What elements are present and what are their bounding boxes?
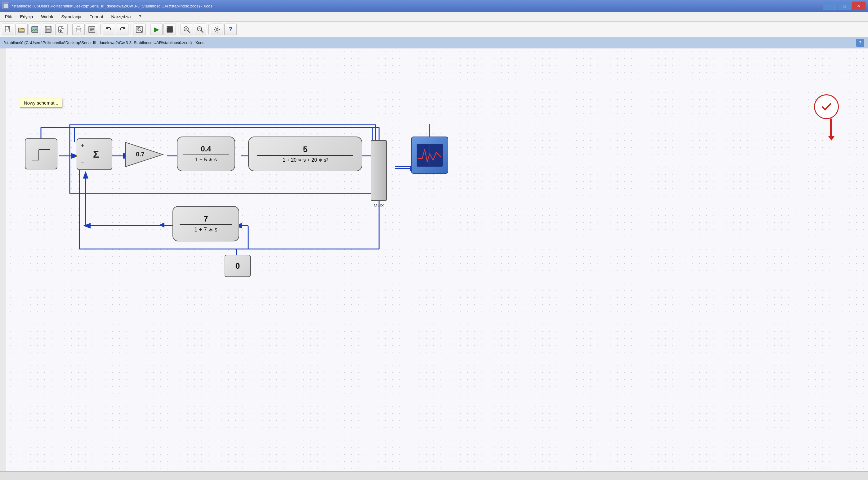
svg-rect-13 xyxy=(77,27,80,29)
save-image-button[interactable] xyxy=(29,24,41,35)
open-button[interactable] xyxy=(15,24,28,35)
canvas-area: Nowy schemat... xyxy=(0,49,868,471)
menu-edycja[interactable]: Edycja xyxy=(17,13,37,21)
new-button[interactable] xyxy=(2,24,14,35)
svg-rect-9 xyxy=(46,30,50,32)
separator-6 xyxy=(209,25,209,34)
title-bar: *stabilność (C:\Users\Politechnika\Deskt… xyxy=(0,0,868,12)
svg-point-6 xyxy=(33,28,34,29)
svg-rect-8 xyxy=(46,26,50,29)
menu-narzedzia[interactable]: Narzędzia xyxy=(107,13,134,21)
help-toolbar-button[interactable]: ? xyxy=(224,24,237,35)
path-bar: *stabilność (C:\Users\Politechnika\Deskt… xyxy=(0,37,868,49)
zoom-out-button[interactable] xyxy=(194,24,206,35)
tooltip: Nowy schemat... xyxy=(20,98,62,108)
status-bar xyxy=(0,471,868,480)
close-button[interactable]: ✕ xyxy=(852,2,866,10)
svg-rect-14 xyxy=(77,30,80,32)
left-panel xyxy=(0,49,6,471)
zero-block[interactable]: 0 xyxy=(225,255,251,277)
print2-button[interactable] xyxy=(86,24,98,35)
menu-symulacja[interactable]: Symulacja xyxy=(58,13,85,21)
print-button[interactable] xyxy=(72,24,85,35)
mux-label: MUX xyxy=(370,203,388,208)
mux-block[interactable] xyxy=(371,140,387,201)
path-text: *stabilność (C:\Users\Politechnika\Deskt… xyxy=(4,40,856,45)
menu-help[interactable]: ? xyxy=(135,13,145,21)
maximize-button[interactable]: □ xyxy=(838,2,851,10)
menu-plik[interactable]: Plik xyxy=(1,13,16,21)
app-icon xyxy=(2,2,9,9)
menu-widok[interactable]: Widok xyxy=(37,13,57,21)
scope-block[interactable] xyxy=(411,137,448,174)
svg-line-23 xyxy=(140,30,142,32)
sum-block[interactable]: + − Σ xyxy=(76,139,112,170)
window-title: *stabilność (C:\Users\Politechnika\Deskt… xyxy=(12,4,823,8)
window-controls: ─ □ ✕ xyxy=(823,2,866,10)
stop-button[interactable]: ⬛ xyxy=(163,24,176,35)
undo-button[interactable] xyxy=(103,24,115,35)
zoom-in-button[interactable] xyxy=(181,24,193,35)
tf3-block[interactable]: 7 1 + 7 ∗ s xyxy=(173,206,239,241)
step-block[interactable] xyxy=(25,139,57,170)
menu-bar: Plik Edycja Widok Symulacja Format Narzę… xyxy=(0,12,868,22)
red-arrow-head xyxy=(828,136,835,141)
minimize-button[interactable]: ─ xyxy=(823,2,837,10)
grid-background xyxy=(0,49,868,471)
separator-3 xyxy=(131,25,131,34)
redo-button[interactable] xyxy=(116,24,128,35)
svg-text:0.7: 0.7 xyxy=(136,151,145,158)
zoom-fit-button[interactable] xyxy=(133,24,146,35)
separator-5 xyxy=(178,25,178,34)
svg-point-33 xyxy=(216,29,218,30)
svg-line-27 xyxy=(188,30,190,33)
gain-block[interactable]: 0.7 xyxy=(124,141,164,169)
separator-1 xyxy=(70,25,70,34)
svg-rect-1 xyxy=(4,4,8,8)
help-path-button[interactable]: ? xyxy=(856,39,864,47)
tf1-block[interactable]: 0.4 1 + 5 ∗ s xyxy=(177,137,235,171)
import-button[interactable] xyxy=(55,24,68,35)
tf3-arrow-left: ◀ xyxy=(159,220,164,229)
play-button[interactable]: ▶ xyxy=(150,24,162,35)
separator-2 xyxy=(100,25,100,34)
toolbar: ▶ ⬛ ? xyxy=(0,22,868,37)
svg-rect-5 xyxy=(32,26,38,33)
menu-format[interactable]: Format xyxy=(86,13,107,21)
svg-line-31 xyxy=(201,30,203,33)
wire-layer xyxy=(0,49,868,471)
separator-4 xyxy=(148,25,148,34)
settings-button[interactable] xyxy=(211,24,223,35)
tf2-block[interactable]: 5 1 + 20 ∗ s + 20 ∗ s² xyxy=(248,137,362,171)
save-button[interactable] xyxy=(42,24,54,35)
red-arrow-line xyxy=(830,119,832,137)
check-button[interactable] xyxy=(814,94,839,119)
